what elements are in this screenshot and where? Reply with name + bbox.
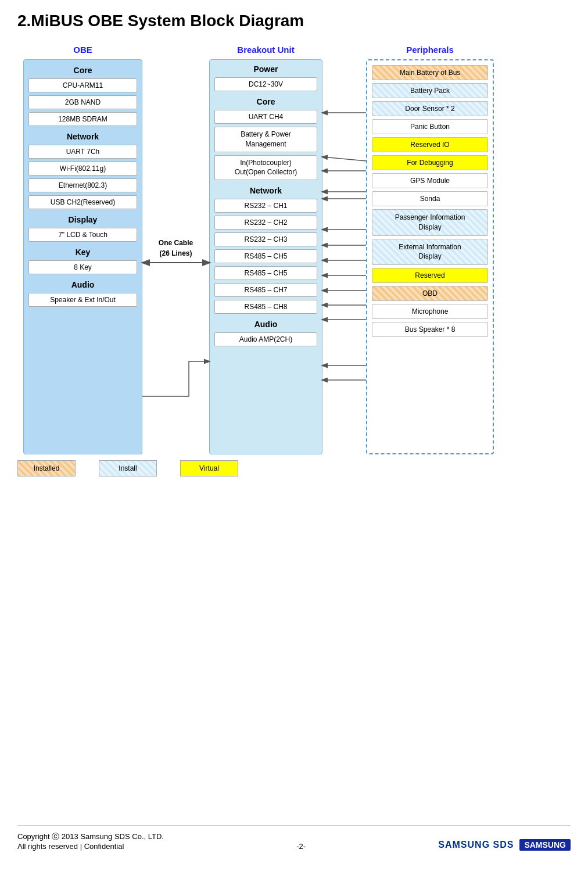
page-title: 2.MiBUS OBE System Block Diagram [17, 12, 571, 30]
footer-copyright: Copyright ⓒ 2013 Samsung SDS Co., LTD. [17, 832, 164, 842]
legend-virtual: Virtual [180, 460, 238, 476]
peri-item-3: Panic Button [372, 119, 488, 134]
breakout-core-item-1: Battery & PowerManagement [214, 127, 317, 152]
legend-install-label: Install [119, 464, 137, 472]
col-header-breakout: Breakout Unit [209, 45, 322, 55]
samsung-sds-logo: SAMSUNG SDS [438, 840, 514, 850]
breakout-power-title: Power [214, 64, 317, 74]
col-header-obe: OBE [23, 45, 142, 55]
breakout-net-item-6: RS485 – CH8 [214, 300, 317, 314]
obe-key-title: Key [28, 248, 137, 257]
obe-core-item-0: CPU-ARM11 [28, 78, 137, 92]
peri-item-4: Reserved IO [372, 137, 488, 152]
breakout-power-item-0: DC12~30V [214, 77, 317, 91]
obe-key-item-0: 8 Key [28, 260, 137, 274]
breakout-network-section: Network RS232 – CH1 RS232 – CH2 RS232 – … [214, 186, 317, 314]
obe-core-item-2: 128MB SDRAM [28, 112, 137, 126]
obe-core-section: Core CPU-ARM11 2GB NAND 128MB SDRAM [28, 66, 137, 126]
footer-logos: SAMSUNG SDS SAMSUNG [438, 839, 571, 851]
peri-item-12: Microphone [372, 304, 488, 319]
breakout-power-section: Power DC12~30V [214, 64, 317, 91]
svg-line-2 [322, 157, 366, 161]
breakout-audio-section: Audio Audio AMP(2CH) [214, 320, 317, 346]
legend-virtual-box: Virtual [180, 460, 238, 476]
peri-item-0: Main Battery of Bus [372, 65, 488, 80]
footer-page: -2- [296, 842, 306, 851]
peri-item-8: Passenger InformationDisplay [372, 209, 488, 236]
breakout-column: Power DC12~30V Core UART CH4 Battery & P… [209, 59, 322, 454]
obe-key-section: Key 8 Key [28, 248, 137, 274]
breakout-net-item-1: RS232 – CH2 [214, 216, 317, 230]
obe-audio-title: Audio [28, 280, 137, 289]
obe-network-item-1: Wi-Fi(802.11g) [28, 162, 137, 175]
peri-item-2: Door Sensor * 2 [372, 101, 488, 116]
footer-rights: All rights reserved | Confidential [17, 842, 164, 851]
obe-display-section: Display 7" LCD & Touch [28, 215, 137, 242]
breakout-core-item-2: In(Photocoupler)Out(Open Collector) [214, 155, 317, 181]
obe-audio-item-0: Speaker & Ext In/Out [28, 293, 137, 307]
peri-item-10: Reserved [372, 268, 488, 283]
peri-item-7: Sonda [372, 191, 488, 206]
footer-left: Copyright ⓒ 2013 Samsung SDS Co., LTD. A… [17, 832, 164, 851]
breakout-net-item-0: RS232 – CH1 [214, 199, 317, 213]
peripherals-column: Main Battery of Bus Battery Pack Door Se… [366, 59, 494, 454]
breakout-net-item-4: RS485 – CH5 [214, 266, 317, 280]
peri-item-6: GPS Module [372, 173, 488, 188]
samsung-logo: SAMSUNG [519, 839, 571, 851]
connector-label: One Cable (26 Lines) [142, 59, 209, 437]
obe-network-item-2: Ethernet(802.3) [28, 178, 137, 192]
connector-line1: One Cable [159, 238, 193, 248]
obe-display-item-0: 7" LCD & Touch [28, 228, 137, 242]
peri-item-5: For Debugging [372, 155, 488, 170]
peri-item-9: External InformationDisplay [372, 239, 488, 266]
obe-audio-section: Audio Speaker & Ext In/Out [28, 280, 137, 307]
obe-core-title: Core [28, 66, 137, 75]
peri-item-11: OBD [372, 286, 488, 301]
col-header-peripherals: Peripherals [366, 45, 494, 55]
obe-network-section: Network UART 7Ch Wi-Fi(802.11g) Ethernet… [28, 132, 137, 209]
connector-line2: (26 Lines) [159, 248, 193, 259]
legend-installed-box: Installed [17, 460, 76, 476]
breakout-net-item-2: RS232 – CH3 [214, 232, 317, 246]
legend-install: Install [99, 460, 157, 476]
breakout-core-title: Core [214, 97, 317, 106]
peri-item-1: Battery Pack [372, 83, 488, 98]
peri-item-13: Bus Speaker * 8 [372, 322, 488, 337]
breakout-net-item-5: RS485 – CH7 [214, 283, 317, 297]
breakout-core-item-0: UART CH4 [214, 110, 317, 124]
obe-network-item-3: USB CH2(Reserved) [28, 195, 137, 209]
diagram-wrapper: OBE Breakout Unit Peripherals Core CPU-A… [17, 42, 569, 454]
breakout-audio-title: Audio [214, 320, 317, 329]
obe-column: Core CPU-ARM11 2GB NAND 128MB SDRAM Netw… [23, 59, 142, 454]
breakout-core-section: Core UART CH4 Battery & PowerManagement … [214, 97, 317, 180]
obe-display-title: Display [28, 215, 137, 224]
obe-core-item-1: 2GB NAND [28, 95, 137, 109]
legend-install-box: Install [99, 460, 157, 476]
obe-network-item-0: UART 7Ch [28, 145, 137, 159]
legend: Installed Install Virtual [17, 460, 571, 476]
legend-installed: Installed [17, 460, 76, 476]
legend-installed-label: Installed [34, 464, 60, 472]
obe-network-title: Network [28, 132, 137, 141]
breakout-net-item-3: RS485 – CH5 [214, 249, 317, 263]
legend-virtual-label: Virtual [199, 464, 219, 472]
breakout-network-title: Network [214, 186, 317, 195]
breakout-audio-item-0: Audio AMP(2CH) [214, 332, 317, 346]
